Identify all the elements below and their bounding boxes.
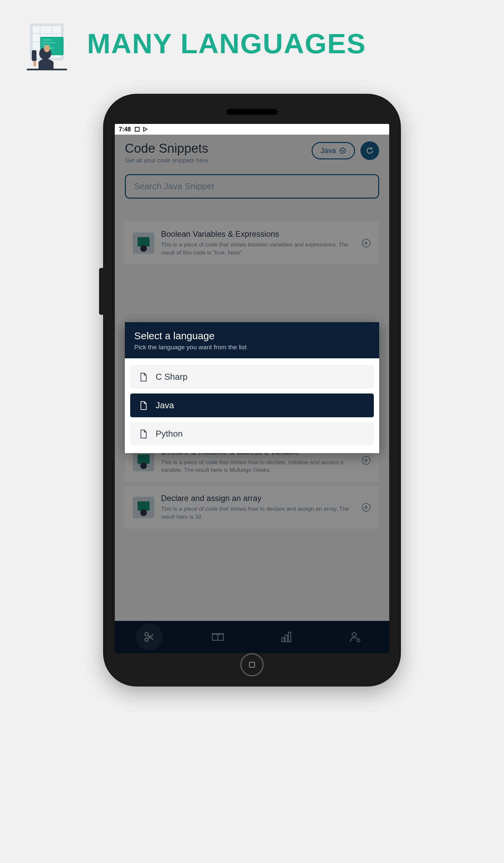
language-option-label: C Sharp — [156, 372, 188, 382]
language-option-csharp[interactable]: C Sharp — [130, 365, 374, 389]
svg-rect-16 — [27, 68, 67, 70]
modal-header: Select a language Pick the language you … — [125, 322, 379, 358]
document-icon — [140, 372, 147, 382]
svg-rect-14 — [34, 60, 36, 66]
phone-home-button[interactable] — [240, 653, 264, 676]
app-banner: MANY LANGUAGES — [0, 0, 504, 80]
document-icon — [140, 429, 147, 439]
language-option-label: Java — [156, 400, 174, 411]
phone-side-button — [99, 268, 103, 315]
modal-subtitle: Pick the language you want from the list — [134, 343, 370, 351]
phone-speaker — [227, 109, 277, 115]
svg-rect-17 — [135, 127, 139, 131]
phone-frame: 7:48 Code Snippets Get all your code sni… — [103, 94, 401, 687]
square-icon — [135, 127, 140, 132]
language-option-java[interactable]: Java — [130, 393, 374, 417]
status-bar: 7:48 — [115, 124, 389, 135]
svg-rect-15 — [32, 50, 37, 61]
language-option-label: Python — [156, 429, 183, 439]
svg-rect-9 — [42, 42, 55, 43]
status-icons — [135, 127, 147, 132]
language-option-python[interactable]: Python — [130, 422, 374, 446]
modal-body: C Sharp Java Python — [125, 358, 379, 453]
svg-point-13 — [44, 45, 50, 52]
phone-screen: 7:48 Code Snippets Get all your code sni… — [115, 124, 389, 653]
developer-illustration — [20, 17, 74, 70]
document-icon — [140, 401, 147, 410]
language-modal: Select a language Pick the language you … — [125, 322, 379, 453]
status-time: 7:48 — [119, 126, 131, 133]
square-icon — [249, 662, 255, 668]
banner-title: MANY LANGUAGES — [87, 27, 366, 60]
play-icon — [143, 127, 147, 132]
modal-title: Select a language — [134, 330, 370, 341]
svg-rect-8 — [42, 39, 52, 40]
app-content: Code Snippets Get all your code snippets… — [115, 135, 389, 653]
